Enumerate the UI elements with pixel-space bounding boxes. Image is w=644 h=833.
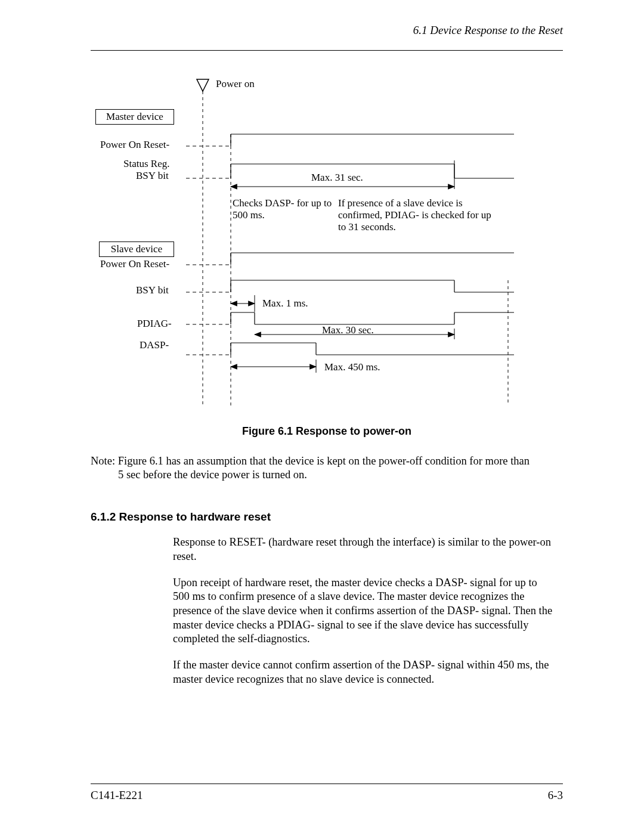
section-heading-6-1-2: 6.1.2 Response to hardware reset [91,510,563,524]
label-power-on: Power on [216,78,255,90]
footer-doc-id: C141-E221 [91,789,143,802]
para-3: If the master device cannot confirm asse… [173,658,555,686]
label-slave-bsy: BSY bit [136,284,169,296]
label-max31: Max. 31 sec. [311,172,363,184]
figure-caption: Figure 6.1 Response to power-on [91,425,563,438]
box-master-device: Master device [95,109,174,125]
page: 6.1 Device Response to the Reset [0,0,644,833]
label-master-status-reg: Status Reg. [123,158,169,170]
label-checks-dasp: Checks DASP- for up to 500 ms. [233,197,334,221]
timing-diagram: Power on Master device Power On Reset- S… [91,75,563,408]
running-header: 6.1 Device Response to the Reset [91,24,563,37]
label-max450: Max. 450 ms. [324,361,380,373]
content-area: 6.1 Device Response to the Reset [91,24,563,686]
label-master-bsy: BSY bit [136,170,169,182]
para-2: Upon receipt of hardware reset, the mast… [173,576,555,646]
footer-rule [91,784,563,784]
label-master-por: Power On Reset- [100,139,169,151]
note-line1: Figure 6.1 has an assumption that the de… [118,455,530,467]
footer-page-number: 6-3 [548,789,563,802]
label-dasp: DASP- [140,339,169,351]
label-max1ms: Max. 1 ms. [262,298,308,309]
figure-note: Note: Figure 6.1 has an assumption that … [91,454,563,482]
note-line2: 5 sec before the device power is turned … [91,468,563,482]
note-prefix: Note: [91,455,115,467]
para-1: Response to RESET- (hardware reset throu… [173,535,555,563]
box-slave-device: Slave device [99,241,174,257]
label-slave-por: Power On Reset- [100,258,169,270]
label-slave-presence: If presence of a slave device is confirm… [338,197,493,233]
label-pdiag: PDIAG- [137,318,172,330]
page-footer: C141-E221 6-3 [91,784,563,802]
header-rule [91,50,563,51]
label-max30: Max. 30 sec. [322,324,374,336]
